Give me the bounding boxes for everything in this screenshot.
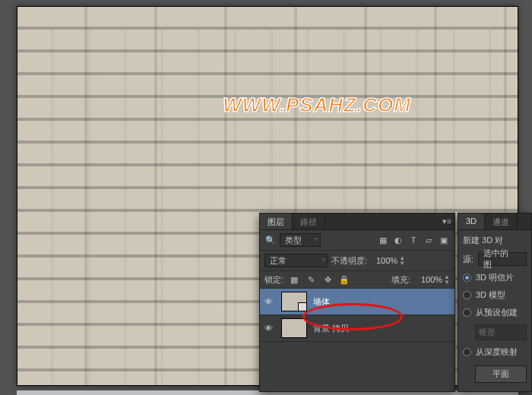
blend-mode-select[interactable]: 正常 ÷ [264, 254, 328, 267]
layer-list: 👁 墙体 👁 背景 拷贝 [260, 289, 454, 342]
visibility-eye-icon[interactable]: 👁 [264, 297, 275, 306]
lock-row: 锁定: ▩ ✎ ✥ 🔒 填充: 100% ▲▼ [260, 271, 454, 289]
opt-model[interactable]: 3D 模型 [463, 289, 527, 301]
layer-filter-row: 🔍 类型 ÷ ▦ ◐ T ▱ ▣ [260, 230, 454, 251]
threeD-body: 新建 3D 对 源: 选中的图 3D 明信片 3D 模型 从预设创建 锥形 从深… [458, 230, 531, 387]
layer-item-bgcopy[interactable]: 👁 背景 拷贝 [260, 315, 454, 342]
panel-menu-icon[interactable]: ▾≡ [439, 213, 454, 229]
threeD-panel: 3D 通道 新建 3D 对 源: 选中的图 3D 明信片 3D 模型 从预设创建… [458, 213, 532, 392]
chevron-down-icon: ÷ [314, 235, 318, 243]
opt-label: 3D 明信片 [476, 272, 514, 283]
filter-adjust-icon[interactable]: ◐ [392, 234, 404, 246]
fill-spinner[interactable]: 100% ▲▼ [415, 274, 450, 285]
opt-depth[interactable]: 从深度映射 [463, 346, 527, 358]
filter-type-icon[interactable]: T [407, 234, 420, 246]
layer-item-wall[interactable]: 👁 墙体 [260, 289, 454, 315]
opt-label: 3D 模型 [476, 289, 505, 301]
lock-label: 锁定: [264, 274, 283, 286]
filter-smart-icon[interactable]: ▣ [438, 234, 450, 246]
layer-thumbnail[interactable] [281, 292, 307, 311]
filter-shape-icon[interactable]: ▱ [423, 234, 435, 246]
opacity-label: 不透明度: [331, 255, 367, 267]
tab-channels[interactable]: 通道 [485, 213, 518, 229]
visibility-eye-icon[interactable]: 👁 [264, 324, 275, 333]
lock-brush-icon[interactable]: ✎ [305, 273, 317, 286]
layer-name: 墙体 [313, 296, 330, 308]
source-row: 源: 选中的图 [463, 252, 527, 266]
fill-label: 填充: [391, 274, 410, 286]
source-value: 选中的图 [483, 248, 515, 270]
spinner-arrows-icon: ▲▼ [399, 255, 405, 266]
radio-icon[interactable] [463, 291, 471, 299]
blend-row: 正常 ÷ 不透明度: 100% ▲▼ [260, 251, 454, 271]
lock-transparent-icon[interactable]: ▩ [288, 273, 300, 286]
depth-sub-button[interactable]: 平面 [475, 365, 527, 383]
search-icon[interactable]: 🔍 [264, 234, 277, 246]
radio-icon[interactable] [463, 273, 471, 282]
filter-kind-label: 类型 [285, 235, 302, 246]
layers-panel-tabs: 图层 路径 ▾≡ [260, 213, 454, 230]
threeD-panel-tabs: 3D 通道 [458, 213, 531, 230]
filter-pixel-icon[interactable]: ▦ [377, 234, 389, 246]
radio-icon[interactable] [463, 348, 471, 356]
blend-mode-value: 正常 [270, 255, 287, 267]
layers-panel: ◂◂ 图层 路径 ▾≡ 🔍 类型 ÷ ▦ ◐ T ▱ ▣ 正常 ÷ 不透明度: … [259, 213, 455, 392]
depth-sub-value: 平面 [492, 369, 509, 378]
source-select[interactable]: 选中的图 [478, 252, 527, 266]
preset-sub-select[interactable]: 锥形 [475, 324, 527, 340]
opt-label: 从深度映射 [476, 346, 518, 358]
opacity-value: 100% [370, 256, 399, 265]
opt-label: 从预设创建 [476, 307, 518, 318]
lock-move-icon[interactable]: ✥ [321, 273, 334, 286]
chevron-down-icon: ÷ [321, 256, 325, 264]
filter-kind-select[interactable]: 类型 ÷ [280, 233, 321, 247]
radio-icon[interactable] [463, 308, 471, 317]
layer-name: 背景 拷贝 [313, 323, 349, 334]
opacity-spinner[interactable]: 100% ▲▼ [370, 255, 405, 266]
opt-preset[interactable]: 从预设创建 [463, 307, 527, 318]
opt-postcard[interactable]: 3D 明信片 [463, 272, 527, 283]
layer-thumbnail[interactable] [281, 318, 307, 338]
threeD-title: 新建 3D 对 [463, 235, 527, 246]
source-label: 源: [463, 254, 473, 265]
tab-layers[interactable]: 图层 [260, 213, 293, 229]
spinner-arrows-icon: ▲▼ [444, 274, 450, 285]
lock-all-icon[interactable]: 🔒 [338, 273, 350, 286]
watermark-text: WWW.PSAHZ.COM [223, 93, 411, 117]
tab-paths[interactable]: 路径 [293, 213, 325, 229]
tab-3d[interactable]: 3D [458, 213, 485, 229]
fill-value: 100% [415, 275, 444, 284]
preset-sub-value: 锥形 [479, 327, 496, 337]
panel-collapse-icon[interactable]: ◂◂ [444, 206, 451, 213]
